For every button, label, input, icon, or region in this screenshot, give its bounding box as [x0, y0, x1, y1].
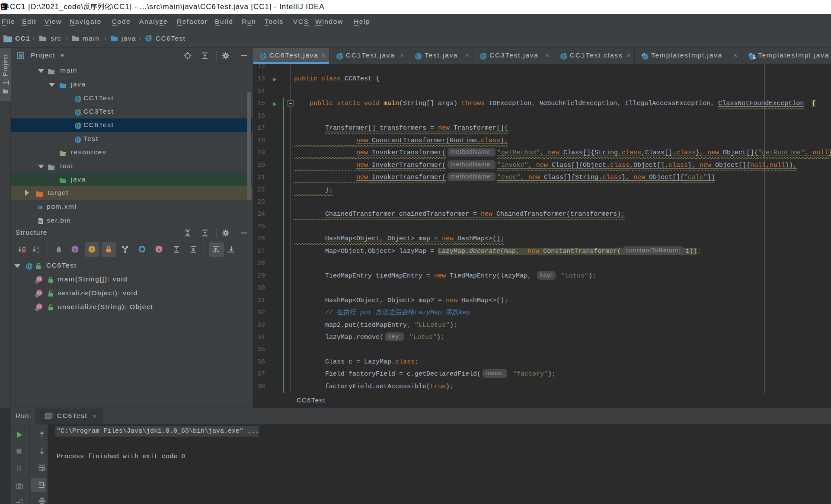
svg-text:m: m	[37, 304, 42, 309]
svg-text:C: C	[416, 54, 420, 59]
svg-text:C: C	[76, 137, 80, 142]
svg-text:m: m	[38, 204, 43, 211]
svg-text:p: p	[74, 247, 76, 252]
svg-text:IJ: IJ	[2, 4, 5, 7]
svg-text:I: I	[58, 249, 60, 253]
svg-text:c: c	[644, 54, 647, 59]
svg-text:z: z	[37, 249, 39, 253]
svg-text:m: m	[37, 290, 42, 295]
svg-text:m: m	[37, 277, 42, 281]
svg-text:λ: λ	[158, 247, 160, 252]
